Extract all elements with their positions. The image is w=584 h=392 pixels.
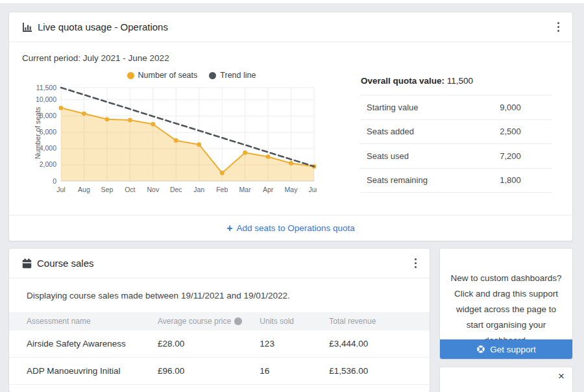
- svg-text:Nov: Nov: [147, 186, 159, 193]
- support-widget-message: New to custom dashboards? Click and drag…: [440, 249, 572, 349]
- overall-quota-number: 11,500: [447, 76, 473, 86]
- get-support-button[interactable]: Get support: [440, 339, 572, 359]
- kebab-menu-icon[interactable]: [556, 19, 561, 35]
- quota-usage-chart: 02,0004,0006,0008,00010,00011,500JulAugS…: [31, 82, 317, 201]
- legend-dot-icon: [127, 72, 134, 79]
- legend-item-number-of-seats[interactable]: Number of seats: [127, 71, 198, 80]
- kebab-menu-icon[interactable]: [413, 256, 419, 271]
- svg-text:Oct: Oct: [125, 186, 135, 193]
- quota-row-value: 1,800: [500, 175, 552, 185]
- quota-row: Starting value9,000: [361, 95, 552, 120]
- legend-dot-icon: [209, 72, 216, 79]
- sales-column-header: Assessment name: [27, 317, 158, 326]
- sales-card-title: Course sales: [37, 258, 94, 269]
- svg-text:May: May: [285, 186, 298, 193]
- sales-table-row: Airside Safety Awareness£28.00123£3,444.…: [9, 330, 430, 358]
- add-seats-link-label: Add seats to Operations quota: [236, 223, 354, 233]
- quota-summary-section: Overall quota value: 11,500 Starting val…: [361, 69, 552, 203]
- dashboard-screen: Live quota usage - Operations Current pe…: [0, 0, 584, 392]
- quota-row-label: Seats added: [367, 127, 500, 136]
- quota-row-label: Seats remaining: [367, 175, 500, 185]
- chart-area: Number of seats 02,0004,0006,0008,00010,…: [31, 82, 341, 203]
- legend-label: Trend line: [220, 71, 256, 80]
- overall-quota-label: Overall quota value:: [361, 76, 444, 86]
- plus-icon: +: [226, 223, 232, 234]
- quota-row-value: 7,200: [500, 151, 552, 161]
- svg-text:Feb: Feb: [216, 186, 228, 193]
- sales-table-cell: £3,444.00: [329, 339, 412, 349]
- quota-row: Seats added2,500: [361, 120, 552, 145]
- sales-table-row: ADP Manoeuvring Initial£96.0016£1,536.00: [9, 358, 430, 385]
- sales-date-range-label: Displaying course sales made between 19/…: [9, 278, 430, 312]
- svg-text:Aug: Aug: [78, 186, 90, 193]
- svg-text:4,000: 4,000: [40, 144, 56, 152]
- quota-chart-section: Number of seatsTrend line Number of seat…: [22, 69, 341, 203]
- quota-summary-table: Starting value9,000Seats added2,500Seats…: [361, 95, 552, 193]
- info-icon[interactable]: i: [234, 317, 242, 325]
- quota-card-header: Live quota usage - Operations: [9, 12, 572, 42]
- svg-text:Sep: Sep: [101, 186, 114, 193]
- svg-text:Mar: Mar: [239, 186, 252, 193]
- sales-card-header: Course sales: [9, 249, 430, 278]
- sales-table-body: Airside Safety Awareness£28.00123£3,444.…: [9, 330, 430, 392]
- quota-card-title: Live quota usage - Operations: [38, 21, 168, 32]
- quota-row-value: 9,000: [500, 103, 552, 112]
- sales-table-cell: £1,536.00: [329, 366, 412, 376]
- sales-column-header: Total revenue: [329, 317, 412, 326]
- quota-card-footer: + Add seats to Operations quota: [9, 215, 572, 241]
- sales-table-cell: 123: [260, 339, 329, 349]
- bottom-widget-card: ×: [440, 367, 572, 392]
- svg-text:0: 0: [53, 177, 56, 185]
- sales-table-cell: ADP Manoeuvring Initial: [27, 366, 158, 376]
- chart-legend: Number of seatsTrend line: [42, 71, 341, 80]
- calendar-icon: [22, 258, 32, 269]
- add-seats-link[interactable]: + Add seats to Operations quota: [226, 223, 355, 234]
- close-icon[interactable]: ×: [558, 371, 565, 382]
- sales-table-header: Assessment nameAverage course priceiUnit…: [9, 312, 430, 330]
- quota-usage-card: Live quota usage - Operations Current pe…: [9, 12, 572, 241]
- quota-row-value: 2,500: [500, 127, 552, 136]
- top-strip: [0, 0, 584, 3]
- sales-column-header: Average course pricei: [158, 317, 260, 326]
- svg-text:Dec: Dec: [170, 186, 182, 193]
- sales-table-cell: £28.00: [158, 339, 260, 349]
- legend-item-trend-line[interactable]: Trend line: [209, 71, 256, 80]
- sales-table-cell: 16: [260, 366, 329, 376]
- quota-row: Seats used7,200: [361, 144, 552, 169]
- get-support-label: Get support: [490, 345, 536, 354]
- svg-text:2,000: 2,000: [40, 160, 56, 168]
- quota-row: Seats remaining1,800: [361, 169, 552, 193]
- support-widget[interactable]: New to custom dashboards? Click and drag…: [440, 249, 572, 359]
- sales-table-row: [9, 385, 430, 392]
- quota-row-label: Seats used: [367, 151, 500, 161]
- sales-column-header: Units sold: [260, 317, 329, 326]
- y-axis-title: Number of seats: [34, 88, 42, 178]
- svg-text:8,000: 8,000: [40, 112, 56, 119]
- life-buoy-icon: [476, 345, 485, 354]
- quota-card-body: Current period: July 2021 - June 2022 Nu…: [9, 42, 572, 215]
- svg-text:Jun: Jun: [309, 186, 317, 193]
- quota-row-label: Starting value: [367, 103, 500, 112]
- course-sales-card: Course sales Displaying course sales mad…: [9, 249, 430, 392]
- svg-text:6,000: 6,000: [40, 128, 56, 136]
- bar-chart-icon: [22, 22, 32, 32]
- legend-label: Number of seats: [138, 71, 198, 80]
- overall-quota-value: Overall quota value: 11,500: [361, 76, 552, 86]
- current-period-label: Current period: July 2021 - June 2022: [22, 53, 559, 63]
- svg-text:Jan: Jan: [193, 186, 204, 193]
- sales-table-cell: £96.00: [158, 366, 260, 376]
- sales-table-cell: Airside Safety Awareness: [27, 339, 158, 349]
- svg-text:Jul: Jul: [56, 186, 65, 193]
- svg-text:Apr: Apr: [263, 186, 274, 193]
